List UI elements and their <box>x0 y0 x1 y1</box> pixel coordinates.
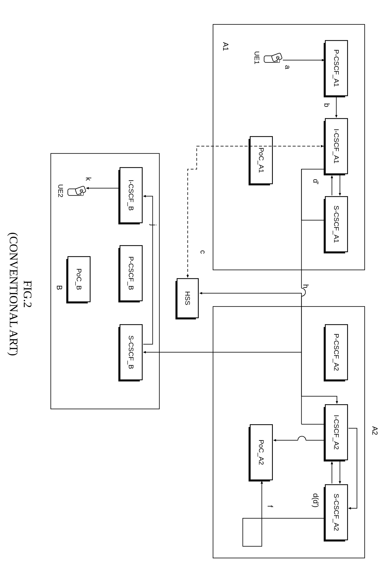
block-label: HSS <box>184 291 192 305</box>
block-label: P-CSCF_B <box>127 256 135 290</box>
block-poc-b: PoC_B <box>67 256 91 302</box>
block-i-cscf-b: I-CSCF_B <box>120 167 143 223</box>
block-label: S-CSCF_A2 <box>332 493 340 531</box>
block-label: I-CSCF_A2 <box>332 415 340 449</box>
block-i-cscf-a2: I-CSCF_A2 <box>325 404 348 460</box>
region-b-label: B <box>55 285 64 290</box>
figure-subtitle: (CONVENTIONAL ART) <box>7 0 20 588</box>
block-p-cscf-a2: P-CSCF_A2 <box>325 324 348 380</box>
figure-number: FIG.2 <box>21 0 34 588</box>
block-label: S-CSCF_A1 <box>332 205 340 243</box>
block-label: PoC_A2 <box>258 440 265 465</box>
edge-label-j: j <box>149 224 158 226</box>
block-s-cscf-a1: S-CSCF_A1 <box>325 196 348 252</box>
edge-label-f: f <box>266 505 274 507</box>
block-s-cscf-a2: S-CSCF_A2 <box>325 484 348 540</box>
edge-label-k: k <box>84 177 93 181</box>
block-label: S-CSCF_B <box>127 335 135 369</box>
edge-label-d-a2: d(d') <box>312 493 320 507</box>
edge-label-b: b <box>323 103 331 107</box>
block-label: P-CSCF_A1 <box>332 49 340 87</box>
phone-ue2 <box>66 186 86 198</box>
block-poc-a1: PoC_A1 <box>250 136 273 184</box>
block-p-cscf-a1: P-CSCF_A1 <box>325 40 348 96</box>
region-a2-label: A2 <box>371 426 379 435</box>
phone-ue2-label: UE2 <box>57 184 65 197</box>
edge-label-c: c <box>199 250 207 254</box>
phone-ue1-label: UE1 <box>253 51 261 64</box>
block-i-cscf-a1: I-CSCF_A1 <box>325 118 348 174</box>
block-label: PoC_A1 <box>258 147 265 173</box>
edge-label-h: h <box>301 284 310 288</box>
region-a1-label: A1 <box>221 42 230 51</box>
block-poc-a2: PoC_A2 <box>250 424 273 480</box>
block-label: P-CSCF_A2 <box>332 333 340 371</box>
block-label: I-CSCF_A1 <box>332 129 340 164</box>
block-s-cscf-b: S-CSCF_B <box>120 324 143 380</box>
edge-label-d-prime-a1: d' <box>312 179 320 184</box>
block-label: PoC_B <box>75 268 83 290</box>
block-label: I-CSCF_B <box>127 180 135 211</box>
block-p-cscf-b: P-CSCF_B <box>120 245 143 301</box>
block-hss: HSS <box>177 278 199 318</box>
phone-ue1 <box>263 53 282 65</box>
edge-label-a: a <box>283 65 292 69</box>
